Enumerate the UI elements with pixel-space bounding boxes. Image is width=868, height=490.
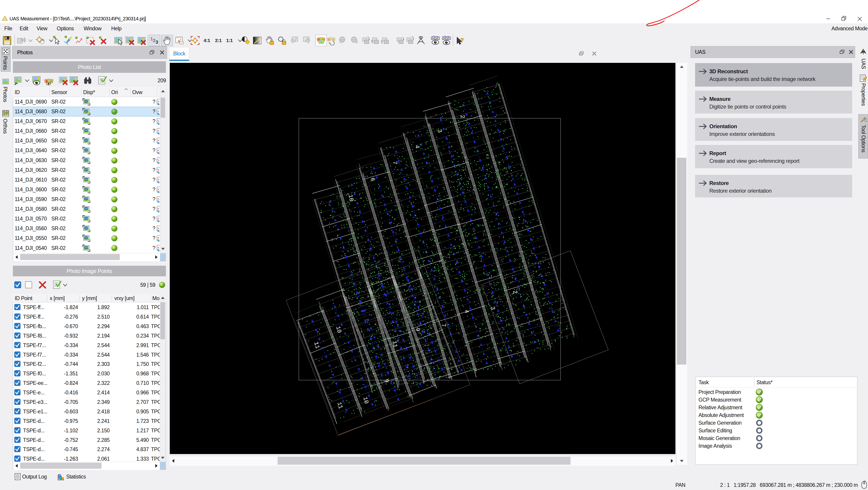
svg-text:3: 3	[436, 129, 443, 133]
svg-text:10: 10	[362, 396, 370, 404]
svg-text:11: 11	[313, 341, 321, 349]
svg-text:7: 7	[391, 160, 399, 165]
svg-text:2: 2	[511, 290, 519, 294]
svg-text:4: 4	[463, 309, 470, 314]
svg-text:11: 11	[336, 401, 344, 409]
svg-text:?: ?	[460, 37, 464, 43]
svg-text:10: 10	[347, 194, 355, 202]
svg-text:2: 2	[153, 38, 155, 43]
svg-text:4: 4	[413, 145, 421, 149]
svg-text:9: 9	[382, 378, 390, 383]
svg-text:6: 6	[369, 177, 376, 182]
svg-text:3: 3	[156, 39, 158, 44]
